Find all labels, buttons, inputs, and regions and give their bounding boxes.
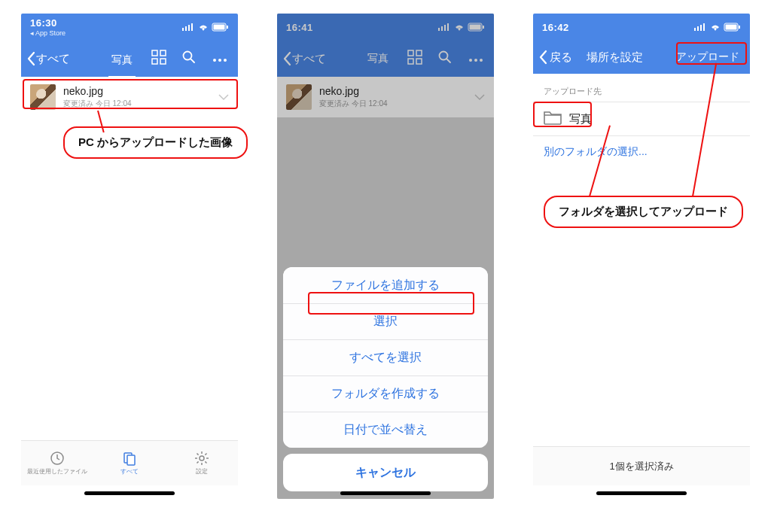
svg-rect-5 — [214, 25, 225, 30]
svg-rect-44 — [694, 28, 696, 31]
svg-rect-37 — [408, 59, 413, 64]
gear-icon — [194, 451, 209, 466]
status-back-to-app[interactable]: ◂ App Store — [30, 29, 66, 37]
folder-row[interactable]: 写真 — [533, 102, 750, 135]
more-icon[interactable] — [468, 52, 483, 65]
svg-point-19 — [200, 456, 204, 461]
svg-rect-47 — [703, 23, 705, 31]
chevron-down-icon[interactable] — [218, 90, 229, 104]
file-row[interactable]: neko.jpg 変更済み 今日 12:04 — [277, 77, 494, 117]
file-subtitle: 変更済み 今日 12:04 — [319, 99, 467, 109]
sheet-select-all[interactable]: すべてを選択 — [283, 339, 488, 375]
sheet-sort-by-date[interactable]: 日付で並べ替え — [283, 412, 488, 448]
back-label: すべて — [36, 52, 70, 66]
sheet-add-file[interactable]: ファイルを追加する — [283, 267, 488, 303]
more-icon[interactable] — [212, 52, 227, 65]
svg-point-41 — [469, 59, 472, 62]
search-icon[interactable] — [182, 50, 196, 67]
svg-rect-7 — [152, 50, 157, 56]
sheet-select[interactable]: 選択 — [283, 303, 488, 339]
tab-settings[interactable]: 設定 — [166, 441, 238, 485]
chevron-left-icon — [27, 52, 36, 65]
file-subtitle: 変更済み 今日 12:04 — [63, 99, 211, 109]
svg-rect-35 — [408, 50, 413, 56]
back-label: 戻る — [550, 50, 572, 65]
svg-line-24 — [197, 454, 199, 455]
nav-title: 場所を設定 — [572, 50, 672, 65]
svg-rect-30 — [444, 25, 446, 31]
home-indicator[interactable] — [340, 491, 431, 495]
clock-icon — [50, 451, 65, 466]
wifi-icon — [198, 23, 209, 31]
tab-label: すべて — [120, 467, 139, 476]
section-label: アップロード先 — [533, 74, 750, 102]
tab-all[interactable]: すべて — [93, 441, 166, 485]
back-button[interactable]: すべて — [282, 49, 328, 69]
signal-icon — [438, 23, 450, 31]
svg-rect-34 — [483, 26, 484, 29]
change-folder-link[interactable]: 別のフォルダの選択... — [533, 136, 750, 174]
file-row[interactable]: neko.jpg 変更済み 今日 12:04 — [21, 77, 238, 117]
status-right — [694, 23, 741, 31]
back-button[interactable]: 戻る — [539, 50, 572, 65]
svg-point-13 — [213, 59, 216, 62]
signal-icon — [694, 23, 706, 31]
status-time: 16:30 — [30, 17, 66, 29]
phone-screen-1: 16:30 ◂ App Store すべて — [21, 14, 238, 499]
back-label: すべて — [292, 52, 326, 66]
upload-button[interactable]: アップロード — [672, 47, 744, 67]
svg-rect-49 — [726, 25, 737, 30]
svg-point-15 — [224, 59, 227, 62]
status-bar: 16:41 — [277, 14, 494, 41]
wifi-icon — [454, 23, 465, 31]
svg-point-42 — [474, 59, 477, 62]
tab-label: 設定 — [196, 467, 208, 476]
tab-bar: 最近使用したファイル すべて 設定 — [21, 440, 238, 485]
search-icon[interactable] — [438, 50, 452, 67]
nav-title[interactable]: 写真 — [108, 50, 136, 78]
file-name: neko.jpg — [63, 85, 211, 97]
chevron-down-icon[interactable] — [474, 90, 485, 104]
phone-screen-2: 16:41 すべて 写真 neko.jpg — [277, 14, 494, 499]
svg-rect-50 — [739, 26, 740, 29]
folder-icon — [544, 110, 562, 128]
grid-view-icon[interactable] — [152, 50, 166, 67]
battery-icon — [212, 23, 229, 31]
svg-rect-33 — [470, 25, 481, 30]
nav-title[interactable]: 写真 — [364, 49, 392, 68]
svg-point-14 — [218, 59, 221, 62]
svg-rect-6 — [227, 26, 228, 29]
svg-point-43 — [480, 59, 483, 62]
home-indicator[interactable] — [84, 491, 175, 495]
nav-bar: すべて 写真 — [277, 41, 494, 77]
sheet-cancel[interactable]: キャンセル — [283, 454, 488, 491]
home-indicator[interactable] — [596, 491, 687, 495]
svg-rect-29 — [441, 26, 443, 31]
svg-line-12 — [190, 59, 194, 62]
tab-recent[interactable]: 最近使用したファイル — [21, 441, 93, 485]
svg-rect-9 — [152, 59, 157, 64]
wifi-icon — [710, 23, 721, 31]
sheet-create-folder[interactable]: フォルダを作成する — [283, 375, 488, 412]
svg-rect-28 — [438, 28, 440, 31]
selection-footer: 1個を選択済み — [533, 446, 750, 485]
selection-count: 1個を選択済み — [609, 460, 673, 473]
chevron-left-icon — [539, 50, 548, 64]
folder-name: 写真 — [569, 112, 592, 126]
svg-rect-0 — [182, 28, 184, 31]
svg-line-40 — [446, 59, 450, 62]
svg-rect-31 — [447, 23, 449, 31]
tab-label: 最近使用したファイル — [27, 467, 87, 476]
chevron-left-icon — [283, 52, 292, 65]
file-name: neko.jpg — [319, 85, 467, 97]
grid-view-icon[interactable] — [408, 50, 422, 67]
svg-rect-38 — [416, 59, 422, 64]
svg-rect-36 — [416, 50, 422, 56]
status-bar: 16:30 ◂ App Store — [21, 14, 238, 41]
back-button[interactable]: すべて — [26, 49, 72, 69]
svg-rect-10 — [160, 59, 166, 64]
svg-line-25 — [205, 461, 206, 463]
status-bar: 16:42 — [533, 14, 750, 41]
status-right — [182, 23, 229, 31]
file-thumbnail — [286, 84, 312, 110]
